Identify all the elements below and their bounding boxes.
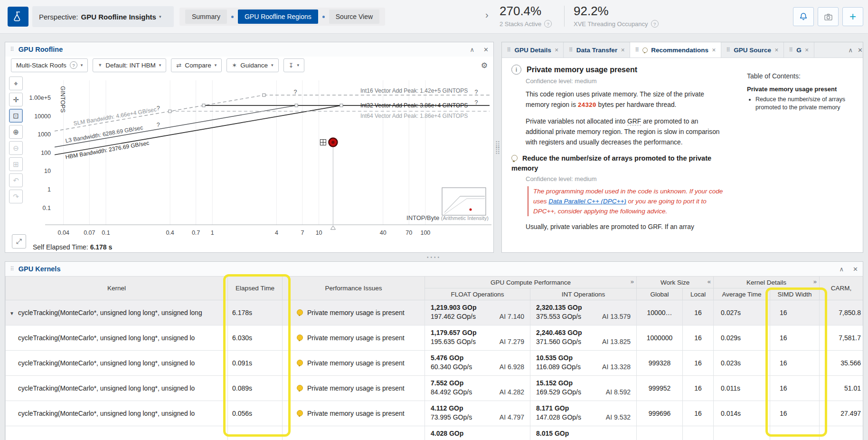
kernel-row-3[interactable]: cycleTracking(MonteCarlo*, unsigned long…	[6, 351, 863, 376]
simd-width-value: 16	[770, 376, 820, 401]
redo-tool-icon: ↷	[13, 192, 19, 201]
zoom-region-tool-button[interactable]: ⊞	[9, 157, 23, 171]
kernel-row-4[interactable]: cycleTracking(MonteCarlo*, unsigned long…	[6, 376, 863, 401]
tab-gpu-details[interactable]: ⠿GPU Details✕	[502, 42, 564, 57]
collapse-columns-icon[interactable]: «	[708, 278, 711, 285]
collapse-panel-icon[interactable]: ∧	[849, 47, 853, 54]
help-icon[interactable]: ?	[651, 20, 659, 28]
zoom-select-tool-button[interactable]: ⊡	[9, 109, 23, 123]
lightbulb-icon	[297, 360, 303, 366]
svg-text:10: 10	[44, 168, 51, 174]
expand-columns-icon[interactable]: »	[631, 278, 634, 285]
help-icon[interactable]: ?	[70, 61, 77, 69]
close-tab-icon[interactable]: ✕	[805, 47, 809, 53]
chevron-down-icon: ▾	[159, 14, 161, 19]
performance-issues-cell[interactable]: Private memory usage is present	[283, 325, 425, 351]
tab-label: GPU Details	[514, 47, 551, 54]
svg-text:70: 70	[406, 230, 412, 236]
carm-value: 7,581.7	[820, 325, 863, 351]
close-tab-icon[interactable]: ✕	[555, 47, 559, 53]
vtune-logo[interactable]	[8, 7, 28, 27]
multi-stack-roofs-dropdown[interactable]: Multi-Stack Roofs ? ▾	[11, 58, 88, 72]
simd-width-value: 16	[770, 325, 820, 351]
close-panel-icon[interactable]: ✕	[858, 47, 863, 54]
select-tool-button[interactable]: ⌖	[9, 77, 23, 90]
perspective-selector[interactable]: Perspective: GPU Roofline Insights ▾	[32, 6, 174, 27]
col-kernel[interactable]: Kernel	[6, 277, 228, 300]
tab-source-view[interactable]: Source View	[329, 10, 379, 24]
metric-xve-occupancy: 92.2% XVE Threading Occupancy?	[574, 4, 659, 28]
info-icon: i	[511, 65, 521, 75]
svg-text:10: 10	[316, 230, 322, 236]
tab-gpu-source[interactable]: ⠿GPU Source✕	[721, 42, 784, 57]
close-panel-icon[interactable]: ✕	[483, 46, 489, 53]
drag-handle-icon[interactable]: ⠿	[10, 46, 14, 53]
col-carm[interactable]: CARM,	[820, 277, 863, 300]
help-icon[interactable]: ?	[544, 20, 552, 28]
export-button[interactable]: ↧ ▾	[283, 58, 304, 72]
collapse-panel-icon[interactable]: ∧	[840, 266, 844, 273]
vertical-splitter[interactable]: ⣿⣿	[494, 42, 501, 253]
roofs-filter-dropdown[interactable]: ▼ Default: INT HBM ▾	[93, 58, 166, 72]
redo-tool-button[interactable]: ↷	[9, 190, 23, 203]
performance-issues-cell[interactable]: Private memory usage is present	[283, 351, 425, 376]
close-tab-icon[interactable]: ✕	[621, 47, 625, 53]
tab-data-transfer[interactable]: ⠿Data Transfer✕	[564, 42, 630, 57]
self-elapsed-label: Self Elapsed Time:	[33, 243, 88, 251]
kernel-row-2[interactable]: cycleTracking(MonteCarlo*, unsigned long…	[6, 325, 863, 351]
minimap[interactable]	[442, 188, 486, 215]
guidance-dropdown[interactable]: ✶ Guidance ▾	[226, 58, 278, 72]
kernel-row-6[interactable]: 4.028 GOp8.015 GOp	[6, 426, 863, 440]
undo-tool-button[interactable]: ↶	[9, 173, 23, 187]
chevron-right-icon[interactable]: ›	[485, 10, 489, 20]
zoom-select-tool-icon: ⊡	[13, 112, 19, 120]
col-global[interactable]: Global	[637, 288, 683, 300]
kernel-row-1[interactable]: ▼cycleTracking(MonteCarlo*, unsigned lon…	[6, 300, 863, 325]
tab-recommendations[interactable]: ⠿Recommendations✕	[630, 42, 721, 57]
add-button[interactable]: +	[842, 7, 863, 26]
col-average-time[interactable]: Average Time	[714, 288, 770, 300]
col-group-kernel-details[interactable]: Kernel Details»	[714, 277, 820, 288]
toc-entry[interactable]: Private memory usage present	[747, 86, 863, 93]
panel-header: ⠿ GPU Roofline ∧ ✕	[5, 42, 493, 57]
drag-handle-icon[interactable]: ⠿	[10, 266, 14, 272]
col-float-operations[interactable]: FLOAT Operations	[425, 288, 530, 300]
col-simd-width[interactable]: SIMD Width	[770, 288, 820, 300]
expand-columns-icon[interactable]: »	[813, 278, 817, 285]
col-int-operations[interactable]: INT Operations	[530, 288, 637, 300]
close-panel-icon[interactable]: ✕	[853, 266, 858, 273]
performance-issues-cell[interactable]: Private memory usage is present	[283, 300, 425, 325]
zoom-region-tool-icon: ⊞	[13, 160, 19, 169]
col-local[interactable]: Local	[683, 288, 714, 300]
performance-issues-cell[interactable]: Private memory usage is present	[283, 401, 425, 426]
zoom-in-tool-button[interactable]: ⊕	[9, 125, 23, 139]
horizontal-splitter[interactable]: ••••	[5, 253, 863, 261]
local-work-size: 16	[683, 351, 714, 376]
grf-term-link[interactable]: GRF	[627, 118, 641, 125]
tab-gpu-roofline-regions[interactable]: GPU Roofline Regions	[238, 10, 318, 24]
pan-tool-button[interactable]: ✛	[9, 93, 23, 106]
fit-view-button[interactable]: ⤢	[12, 234, 26, 249]
compare-dropdown[interactable]: ⇄ Compare ▾	[171, 58, 222, 72]
tab-g[interactable]: ⠿G✕	[784, 42, 814, 57]
toc-subentry[interactable]: Reduce the number/size of arrays promote…	[755, 96, 863, 112]
screenshot-button[interactable]	[818, 7, 839, 26]
collapse-panel-icon[interactable]: ∧	[470, 46, 475, 53]
table-of-contents: Table of Contents: Private memory usage …	[747, 72, 863, 112]
close-tab-icon[interactable]: ✕	[712, 47, 716, 53]
notifications-button[interactable]	[793, 7, 814, 26]
tab-summary[interactable]: Summary	[185, 10, 227, 24]
col-group-work-size[interactable]: Work Size«	[637, 277, 714, 288]
performance-issues-cell[interactable]: Private memory usage is present	[283, 376, 425, 401]
roofline-chart[interactable]: 0.040.070.10.40.71471040701001.00e+51000…	[26, 74, 494, 243]
settings-gear-icon[interactable]: ⚙	[481, 61, 488, 70]
col-elapsed-time[interactable]: Elapsed Time	[228, 277, 283, 300]
dpcpp-link[interactable]: Data Parallel C++ (DPC++)	[548, 198, 626, 205]
col-group-gpu-compute[interactable]: GPU Compute Performance»	[425, 277, 637, 288]
collapse-row-icon[interactable]: ▼	[9, 311, 18, 316]
zoom-out-tool-button[interactable]: ⊖	[9, 141, 23, 155]
performance-issues-cell[interactable]	[283, 426, 425, 440]
kernel-row-5[interactable]: cycleTracking(MonteCarlo*, unsigned long…	[6, 401, 863, 426]
close-tab-icon[interactable]: ✕	[774, 47, 779, 53]
col-performance-issues[interactable]: Performance Issues	[283, 277, 425, 300]
